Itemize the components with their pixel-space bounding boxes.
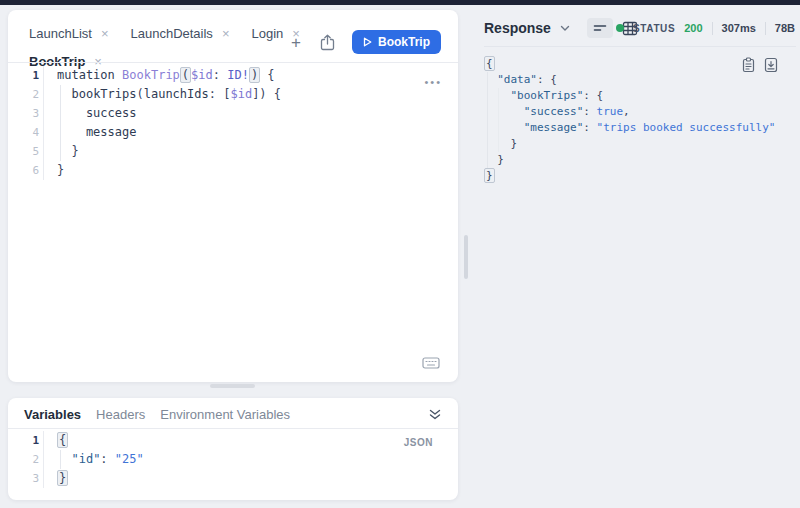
- status-dot-icon: [616, 24, 624, 32]
- format-lines-icon[interactable]: [587, 18, 613, 38]
- indent-guide: [498, 88, 499, 152]
- code-line: 5 }: [8, 142, 458, 161]
- tab-headers[interactable]: Headers: [96, 407, 145, 422]
- double-chevron-down-icon[interactable]: [428, 408, 442, 421]
- variables-tabs: Variables Headers Environment Variables: [24, 407, 290, 422]
- request-actions: + BookTrip: [289, 30, 441, 54]
- request-tabs: LaunchList × LaunchDetails × Login × Boo…: [29, 22, 300, 72]
- tab-environment-variables[interactable]: Environment Variables: [160, 407, 290, 422]
- code-line: }: [484, 152, 796, 168]
- download-icon[interactable]: [764, 57, 778, 73]
- variables-editor[interactable]: 1{2 "id": "25"3}: [8, 431, 458, 488]
- response-actions: [742, 57, 778, 73]
- code-line: "success": true,: [484, 104, 796, 120]
- keyboard-shortcuts-icon[interactable]: [422, 357, 440, 369]
- code-line: 3 success: [8, 104, 458, 123]
- share-icon[interactable]: [320, 34, 335, 51]
- indent-guide: [60, 85, 61, 161]
- request-tabs-row-1: LaunchList × LaunchDetails × Login ×: [29, 22, 300, 44]
- line-number: 3: [8, 469, 44, 488]
- line-number: 2: [8, 450, 44, 469]
- close-icon[interactable]: ×: [222, 27, 230, 40]
- code-line: "message": "trips booked successfully": [484, 120, 796, 136]
- code-line: 1{: [8, 431, 458, 450]
- tab-label: LaunchList: [29, 26, 92, 41]
- response-header: Response: [484, 17, 638, 39]
- code-line: }: [484, 168, 796, 184]
- horizontal-resize-handle[interactable]: [210, 384, 255, 388]
- tabs-separator: [8, 62, 458, 63]
- response-header-separator: [484, 46, 796, 47]
- request-panel: LaunchList × LaunchDetails × Login × Boo…: [8, 10, 458, 382]
- tab-variables[interactable]: Variables: [24, 407, 81, 422]
- run-button-label: BookTrip: [378, 35, 430, 49]
- tab-label: LaunchDetails: [130, 26, 212, 41]
- more-options-button[interactable]: •••: [424, 76, 442, 88]
- tab-launchdetails[interactable]: LaunchDetails ×: [130, 26, 229, 41]
- response-status-bar: STATUS 200 307ms 78B: [616, 19, 795, 37]
- response-title: Response: [484, 20, 551, 36]
- response-size: 78B: [775, 22, 795, 34]
- status-label: STATUS: [633, 23, 675, 34]
- code-line: "bookTrips": {: [484, 88, 796, 104]
- language-badge: JSON: [404, 437, 433, 448]
- variables-panel: Variables Headers Environment Variables …: [8, 398, 458, 500]
- line-number: 6: [8, 161, 44, 180]
- line-number: 1: [8, 431, 44, 450]
- run-request-button[interactable]: BookTrip: [352, 30, 441, 54]
- variables-separator: [8, 428, 458, 429]
- status-code: 200: [684, 22, 702, 34]
- query-editor[interactable]: 1mutation BookTrip($id: ID!) {2 bookTrip…: [8, 66, 458, 180]
- code-line: 4 message: [8, 123, 458, 142]
- indent-guide: [60, 450, 61, 469]
- tab-label: Login: [251, 26, 283, 41]
- line-number: 3: [8, 104, 44, 123]
- line-number: 4: [8, 123, 44, 142]
- vertical-resize-handle[interactable]: [464, 235, 468, 279]
- code-line: 3}: [8, 469, 458, 488]
- indent-guide: [487, 72, 488, 168]
- chevron-down-icon[interactable]: [560, 25, 570, 32]
- code-line: 1mutation BookTrip($id: ID!) {: [8, 66, 458, 85]
- code-line: "data": {: [484, 72, 796, 88]
- divider: [712, 22, 713, 35]
- code-line: 2 bookTrips(launchIds: [$id]) {: [8, 85, 458, 104]
- copy-icon[interactable]: [742, 57, 755, 73]
- response-time: 307ms: [722, 22, 756, 34]
- add-tab-button[interactable]: +: [289, 34, 303, 51]
- code-line: }: [484, 136, 796, 152]
- line-number: 5: [8, 142, 44, 161]
- close-icon[interactable]: ×: [101, 27, 109, 40]
- tab-launchlist[interactable]: LaunchList ×: [29, 26, 108, 41]
- top-window-bar: [0, 0, 800, 5]
- response-body: { "data": { "bookTrips": { "success": tr…: [484, 56, 796, 184]
- line-number: 1: [8, 66, 44, 85]
- line-number: 2: [8, 85, 44, 104]
- code-line: 2 "id": "25": [8, 450, 458, 469]
- code-line: 6}: [8, 161, 458, 180]
- divider: [765, 22, 766, 35]
- play-icon: [363, 37, 372, 47]
